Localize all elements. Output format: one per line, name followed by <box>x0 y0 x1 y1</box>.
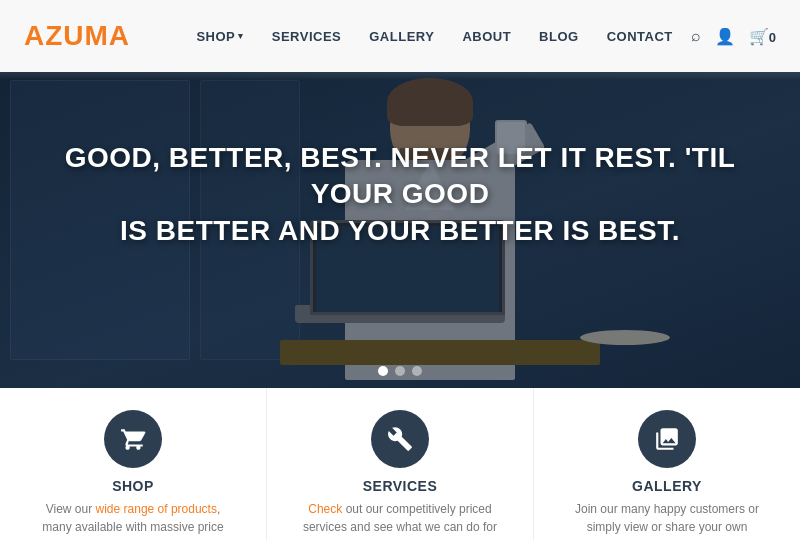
shop-desc: View our wide range of products, many av… <box>30 500 236 540</box>
chevron-down-icon: ▾ <box>238 31 244 41</box>
shop-link-products[interactable]: wide range of products <box>96 502 217 516</box>
shop-title: SHOP <box>112 478 154 494</box>
services-desc: Check out our competitively priced servi… <box>297 500 503 540</box>
slider-dot-1[interactable] <box>378 366 388 376</box>
gallery-desc: Join our many happy customers or simply … <box>564 500 770 540</box>
gallery-icon-svg <box>654 426 680 452</box>
user-icon[interactable]: 👤 <box>715 27 735 46</box>
slider-dot-3[interactable] <box>412 366 422 376</box>
feature-services: SERVICES Check out our competitively pri… <box>267 388 534 540</box>
hero-title: GOOD, BETTER, BEST. NEVER LET IT REST. '… <box>60 140 740 249</box>
services-link[interactable]: Check <box>308 502 342 516</box>
cart-count: 0 <box>769 30 776 45</box>
logo[interactable]: AZUMA <box>24 20 130 52</box>
shop-icon-wrap <box>104 410 162 468</box>
nav-shop[interactable]: SHOP ▾ <box>196 29 243 44</box>
services-title: SERVICES <box>363 478 438 494</box>
nav-gallery[interactable]: GALLERY <box>369 29 434 44</box>
slider-dots <box>378 366 422 376</box>
features-section: SHOP View our wide range of products, ma… <box>0 388 800 540</box>
feature-gallery: GALLERY Join our many happy customers or… <box>534 388 800 540</box>
header-icons: ⌕ 👤 🛒0 <box>691 27 776 46</box>
header: AZUMA SHOP ▾ SERVICES GALLERY ABOUT BLOG… <box>0 0 800 72</box>
search-icon[interactable]: ⌕ <box>691 27 701 45</box>
services-icon-wrap <box>371 410 429 468</box>
gallery-icon-wrap <box>638 410 696 468</box>
cart-icon[interactable]: 🛒0 <box>749 27 776 46</box>
feature-shop: SHOP View our wide range of products, ma… <box>0 388 267 540</box>
nav-blog[interactable]: BLOG <box>539 29 579 44</box>
slider-dot-2[interactable] <box>395 366 405 376</box>
nav-contact[interactable]: CONTACT <box>607 29 673 44</box>
wrench-icon-svg <box>387 426 413 452</box>
gallery-title: GALLERY <box>632 478 702 494</box>
hero-content: GOOD, BETTER, BEST. NEVER LET IT REST. '… <box>60 140 740 249</box>
nav-about[interactable]: ABOUT <box>462 29 511 44</box>
cart-icon-svg <box>120 426 146 452</box>
main-nav: SHOP ▾ SERVICES GALLERY ABOUT BLOG CONTA… <box>196 29 672 44</box>
nav-services[interactable]: SERVICES <box>272 29 342 44</box>
